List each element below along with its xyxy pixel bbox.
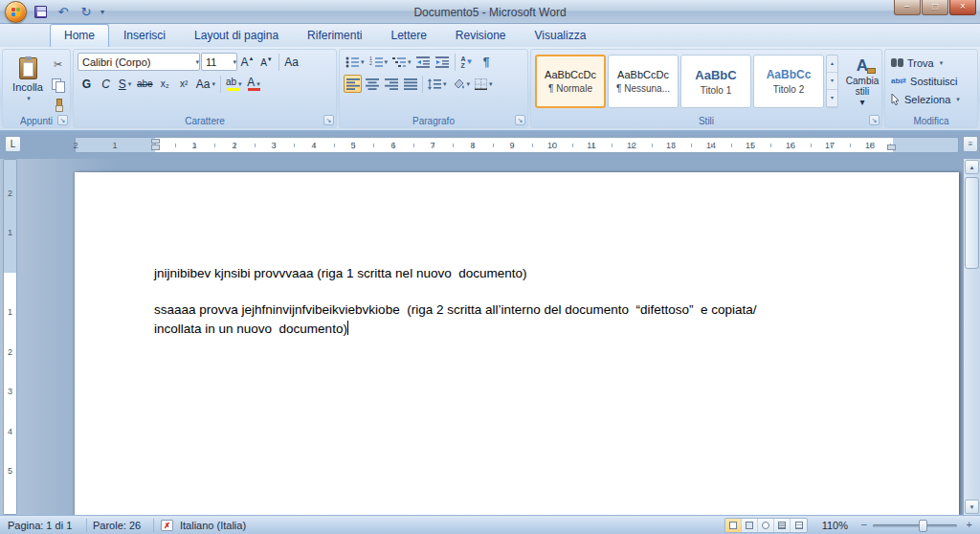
line-spacing-button[interactable]: ▾	[426, 75, 449, 93]
styles-scroll-down[interactable]: ▾	[827, 73, 837, 90]
replace-button[interactable]: ab⇄ Sostituisci	[891, 73, 958, 89]
show-formatting-marks-button[interactable]: ¶	[478, 53, 496, 71]
close-button[interactable]: ×	[949, 0, 976, 15]
vertical-scrollbar[interactable]: ▴ ▾	[964, 159, 980, 515]
justify-button[interactable]	[401, 75, 419, 93]
minimize-button[interactable]: −	[894, 0, 921, 15]
tab-visualizza[interactable]: Visualizza	[521, 24, 601, 47]
vertical-ruler[interactable]: 2 1 1 2 3 4 5	[3, 159, 17, 515]
shading-button[interactable]: ▾	[450, 75, 473, 93]
language-indicator[interactable]: Italiano (Italia)	[180, 520, 246, 531]
cut-button[interactable]: ✂	[49, 56, 67, 74]
tab-revisione[interactable]: Revisione	[441, 24, 521, 47]
font-dialog-launcher[interactable]: ↘	[323, 115, 334, 125]
numbering-button[interactable]: 12▾	[368, 53, 390, 71]
find-button[interactable]: Trova ▾	[891, 55, 943, 71]
pilcrow-icon: ¶	[483, 56, 490, 69]
ruler-ticks	[155, 144, 893, 147]
copy-button[interactable]	[49, 76, 67, 94]
sort-button[interactable]: AZ▼	[458, 53, 477, 71]
zoom-out-button[interactable]: −	[861, 519, 867, 530]
styles-gallery-more[interactable]: ▾	[827, 90, 837, 107]
align-center-button[interactable]	[363, 75, 381, 93]
strikethrough-button[interactable]: abe	[135, 75, 155, 93]
align-right-icon	[385, 78, 398, 90]
font-size-combo[interactable]: 11 ▾	[201, 53, 237, 71]
style-titolo-1[interactable]: AaBbC Titolo 1	[680, 55, 751, 108]
italic-button[interactable]: C	[97, 75, 115, 93]
zoom-slider[interactable]	[873, 524, 957, 527]
paste-button[interactable]: Incolla ▾	[8, 54, 48, 115]
svg-text:2: 2	[369, 60, 372, 66]
paragraph-dialog-launcher[interactable]: ↘	[515, 115, 525, 125]
zoom-level[interactable]: 110%	[822, 520, 848, 531]
style-titolo-2[interactable]: AaBbCc Titolo 2	[753, 55, 824, 108]
align-right-button[interactable]	[382, 75, 400, 93]
outline-view-button[interactable]	[774, 519, 791, 532]
editing-group-label: Modifica	[885, 116, 977, 126]
bullets-button[interactable]: ▾	[344, 53, 367, 71]
binoculars-icon	[891, 58, 903, 67]
font-name-combo[interactable]: Calibri (Corpo) ▾	[78, 53, 200, 71]
font-name-value: Calibri (Corpo)	[82, 56, 193, 68]
change-case-button[interactable]: Aa▾	[194, 75, 217, 93]
subscript-button[interactable]: x₂	[156, 75, 174, 93]
shading-icon	[452, 78, 465, 90]
proofing-errors-icon[interactable]: ✗	[161, 520, 173, 531]
grow-font-button[interactable]: A▲	[238, 53, 256, 71]
format-painter-button[interactable]	[49, 96, 67, 114]
zoom-in-button[interactable]: +	[967, 519, 972, 530]
increase-indent-button[interactable]	[434, 53, 452, 71]
scissors-icon: ✂	[54, 58, 62, 71]
word-count[interactable]: Parole: 26	[93, 520, 141, 531]
text-cursor	[347, 321, 348, 335]
style-nessuna-spaziatura[interactable]: AaBbCcDc ¶ Nessuna...	[608, 55, 679, 108]
select-button[interactable]: Seleziona ▾	[891, 91, 960, 107]
highlight-button[interactable]: ab▾	[224, 75, 244, 93]
shrink-font-button[interactable]: A▼	[257, 53, 276, 71]
styles-gallery-scroll: ▴ ▾ ▾	[826, 55, 838, 108]
replace-icon: ab⇄	[891, 77, 906, 85]
bold-button[interactable]: G	[78, 75, 96, 93]
web-layout-view-button[interactable]	[758, 519, 774, 532]
underline-button[interactable]: S▾	[116, 75, 134, 93]
tab-lettere[interactable]: Lettere	[376, 24, 440, 47]
scroll-down-button[interactable]: ▾	[965, 500, 979, 514]
print-layout-view-button[interactable]	[725, 519, 742, 532]
horizontal-ruler[interactable]: 2 1 1 2 3 4 5 6 7 8 9 10 11 12 13 14 15 …	[75, 137, 959, 153]
styles-scroll-up[interactable]: ▴	[827, 56, 837, 73]
right-indent-marker[interactable]	[887, 145, 896, 150]
scrollbar-thumb[interactable]	[965, 177, 979, 269]
maximize-button[interactable]: □	[922, 0, 948, 15]
borders-button[interactable]: ▾	[473, 75, 495, 93]
document-text[interactable]: jnijnibibev kjnsibi provvvaaa (riga 1 sc…	[154, 264, 902, 356]
tab-inserisci[interactable]: Inserisci	[109, 24, 180, 47]
tab-home[interactable]: Home	[50, 24, 109, 47]
styles-dialog-launcher[interactable]: ↘	[869, 115, 880, 125]
style-normale[interactable]: AaBbCcDc ¶ Normale	[535, 55, 606, 108]
tab-stop-selector[interactable]: L	[5, 136, 21, 152]
superscript-button[interactable]: x²	[175, 75, 193, 93]
page-indicator[interactable]: Pagina: 1 di 1	[8, 520, 72, 531]
document-page[interactable]: jnijnibibev kjnsibi provvvaaa (riga 1 sc…	[75, 172, 959, 515]
clear-formatting-button[interactable]: Aa	[282, 53, 301, 71]
draft-view-button[interactable]	[791, 519, 807, 532]
tab-layout-di-pagina[interactable]: Layout di pagina	[180, 24, 293, 47]
font-color-button[interactable]: A▾	[245, 75, 263, 93]
left-indent-marker[interactable]	[151, 145, 160, 150]
chevron-down-icon: ▾	[956, 96, 960, 103]
chevron-down-icon: ▾	[859, 97, 864, 107]
clipboard-dialog-launcher[interactable]: ↘	[57, 115, 68, 125]
scroll-up-button[interactable]: ▴	[965, 160, 979, 174]
decrease-indent-button[interactable]	[414, 53, 433, 71]
zoom-slider-thumb[interactable]	[919, 520, 927, 532]
first-line-indent-marker[interactable]	[151, 139, 160, 144]
full-screen-view-button[interactable]	[742, 519, 758, 532]
ruler-toggle-button[interactable]: ≡	[963, 136, 978, 152]
paragraph: jnijnibibev kjnsibi provvvaaa (riga 1 sc…	[154, 264, 902, 283]
tab-riferimenti[interactable]: Riferimenti	[293, 24, 376, 47]
multilevel-list-button[interactable]: ▾	[390, 53, 413, 71]
align-left-button[interactable]	[344, 75, 362, 93]
font-group-label: Carattere	[74, 116, 336, 126]
change-styles-button[interactable]: A Cambia stili ▾	[840, 55, 884, 108]
